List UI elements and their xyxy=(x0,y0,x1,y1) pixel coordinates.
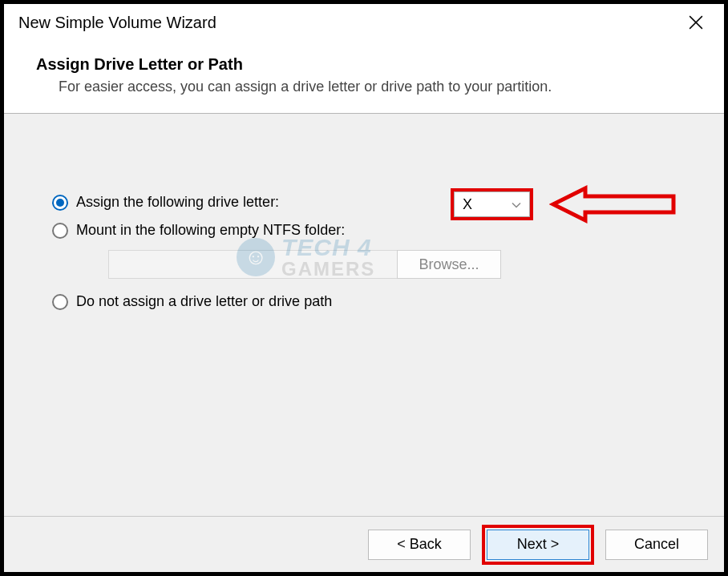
option-no-assign-label: Do not assign a drive letter or drive pa… xyxy=(76,293,332,310)
radio-assign-letter[interactable] xyxy=(52,195,68,211)
chevron-down-icon xyxy=(512,196,521,213)
wizard-content: ☺ TECH 4 GAMERS Assign the following dri… xyxy=(4,114,724,516)
arrow-left-icon xyxy=(549,184,677,224)
page-subtitle: For easier access, you can assign a driv… xyxy=(36,79,692,95)
option-mount-folder-label: Mount in the following empty NTFS folder… xyxy=(76,222,345,239)
titlebar: New Simple Volume Wizard xyxy=(4,4,724,41)
wizard-footer: < Back Next > Cancel xyxy=(4,516,724,572)
option-no-assign[interactable]: Do not assign a drive letter or drive pa… xyxy=(52,293,676,310)
close-icon xyxy=(689,15,703,30)
close-button[interactable] xyxy=(677,4,714,41)
next-button[interactable]: Next > xyxy=(487,530,589,560)
window-title: New Simple Volume Wizard xyxy=(18,14,677,32)
folder-input-row: Browse... xyxy=(108,250,676,279)
folder-path-input[interactable] xyxy=(108,250,397,279)
wizard-header: Assign Drive Letter or Path For easier a… xyxy=(4,41,724,113)
option-assign-letter-label: Assign the following drive letter: xyxy=(76,194,279,211)
cancel-button[interactable]: Cancel xyxy=(605,530,708,560)
wizard-window: New Simple Volume Wizard Assign Drive Le… xyxy=(3,3,725,573)
page-title: Assign Drive Letter or Path xyxy=(36,55,692,74)
browse-button[interactable]: Browse... xyxy=(397,250,501,279)
next-button-highlight: Next > xyxy=(482,525,594,565)
radio-mount-folder[interactable] xyxy=(52,223,68,239)
back-button[interactable]: < Back xyxy=(368,530,471,560)
drive-letter-select[interactable]: X xyxy=(454,191,530,217)
drive-letter-value: X xyxy=(463,196,472,213)
arrow-annotation xyxy=(549,184,677,228)
radio-no-assign[interactable] xyxy=(52,294,68,310)
drive-letter-highlight: X xyxy=(451,188,533,220)
